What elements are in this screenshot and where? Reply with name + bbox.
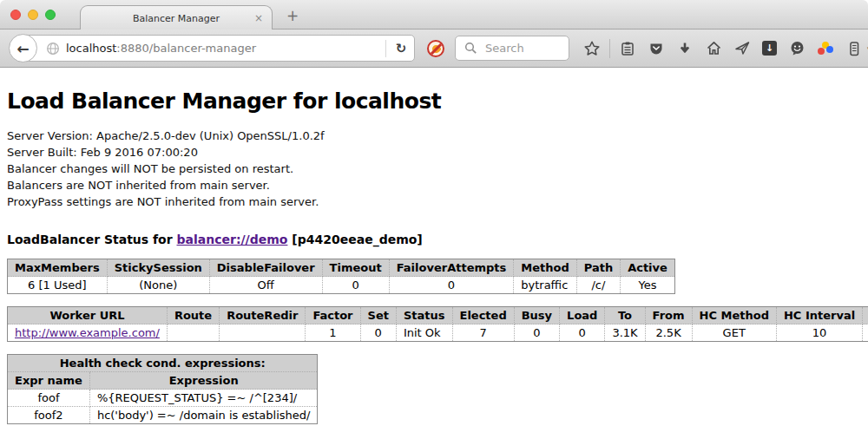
page-content: Load Balancer Manager for localhost Serv… <box>0 68 868 426</box>
color-dots-extension-icon[interactable] <box>817 40 834 57</box>
search-bar[interactable] <box>455 36 569 61</box>
cell-status: Init Ok <box>396 324 452 342</box>
table-row: http://www.example.com/ 1 0 Init Ok 7 0 … <box>8 324 868 342</box>
container-icon[interactable] <box>845 40 863 57</box>
table-header-row: Expr name Expression <box>8 372 318 390</box>
th-method: Method <box>514 259 576 277</box>
search-input[interactable] <box>483 41 562 56</box>
back-button[interactable]: ← <box>9 34 37 62</box>
cell-expr-name-foof2: foof2 <box>8 407 90 424</box>
th-status: Status <box>396 307 452 324</box>
cell-hc-interval: 10 <box>776 324 862 342</box>
th-disablefailover: DisableFailover <box>209 259 322 277</box>
th-failoverattempts: FailoverAttempts <box>389 259 514 277</box>
th-worker-url: Worker URL <box>8 307 168 324</box>
th-active: Active <box>621 259 675 277</box>
zoom-window-button[interactable] <box>45 10 56 20</box>
balancer-demo-link[interactable]: balancer://demo <box>177 233 288 246</box>
th-hc-method: HC Method <box>692 307 776 324</box>
health-check-title: Health check cond. expressions: <box>8 355 318 372</box>
server-version-line: Server Version: Apache/2.5.0-dev (Unix) … <box>7 128 861 144</box>
url-host: localhost <box>66 42 116 55</box>
cell-load: 0 <box>560 324 605 342</box>
th-routeredir: RouteRedir <box>220 307 306 324</box>
th-passes: Passes <box>863 307 868 324</box>
urlbar-divider <box>385 40 386 57</box>
reading-list-icon[interactable] <box>619 40 636 57</box>
tab-close-icon[interactable]: × <box>254 12 263 24</box>
flashblock-icon[interactable] <box>427 40 444 57</box>
cell-route <box>167 324 219 342</box>
table-header-row: Worker URL Route RouteRedir Factor Set S… <box>8 307 868 324</box>
table-row: 6 [1 Used] (None) Off 0 0 bytraffic /c/ … <box>8 277 675 294</box>
red-dot <box>818 48 825 55</box>
inherit-warning-line: Balancers are NOT inherited from main se… <box>7 177 861 193</box>
search-icon <box>462 40 479 57</box>
toolbar-divider <box>609 39 610 58</box>
cell-busy: 0 <box>514 324 559 342</box>
new-tab-button[interactable]: + <box>286 7 299 24</box>
th-stickysession: StickySession <box>107 259 209 277</box>
tab-balancer-manager[interactable]: Balancer Manager × <box>80 5 273 30</box>
cell-disablefailover: Off <box>209 277 322 294</box>
cell-passes: 1 (0) <box>863 324 868 342</box>
cell-hc-method: GET <box>692 324 776 342</box>
table-header-row: MaxMembers StickySession DisableFailover… <box>8 259 675 277</box>
pocket-icon[interactable] <box>648 40 665 57</box>
server-built-line: Server Built: Feb 9 2016 07:00:20 <box>7 144 861 161</box>
downloads-icon[interactable] <box>676 40 694 57</box>
minimize-window-button[interactable] <box>28 10 38 20</box>
loadbalancer-status-heading: LoadBalancer Status for balancer://demo … <box>7 233 861 246</box>
th-expr-name: Expr name <box>8 372 90 390</box>
persist-warning-line: Balancer changes will NOT be persisted o… <box>7 161 861 177</box>
th-busy: Busy <box>514 307 559 324</box>
cell-stickysession: (None) <box>107 277 209 294</box>
page-title: Load Balancer Manager for localhost <box>7 68 861 114</box>
table-title-row: Health check cond. expressions: <box>8 355 318 372</box>
th-expression: Expression <box>89 372 318 390</box>
cell-path: /c/ <box>576 277 620 294</box>
balancer-summary-table: MaxMembers StickySession DisableFailover… <box>7 259 675 294</box>
send-plane-icon[interactable] <box>733 40 751 57</box>
home-icon[interactable] <box>705 40 722 57</box>
th-path: Path <box>576 259 620 277</box>
toolbar-icons: ↓ <box>583 39 868 58</box>
cell-expression-foof: %{REQUEST_STATUS} =~ /^[234]/ <box>89 390 318 407</box>
cell-set: 0 <box>360 324 396 342</box>
globe-icon <box>46 42 60 56</box>
th-from: From <box>645 307 692 324</box>
cell-factor: 1 <box>306 324 360 342</box>
back-arrow-icon: ← <box>16 40 29 57</box>
cell-routeredir <box>220 324 306 342</box>
url-bar[interactable]: localhost:8880/balancer-manager ↻ <box>23 35 415 62</box>
proxypass-warning-line: ProxyPass settings are NOT inherited fro… <box>7 193 861 210</box>
close-window-button[interactable] <box>10 10 21 20</box>
status-prefix: LoadBalancer Status for <box>7 233 177 246</box>
th-to: To <box>605 307 645 324</box>
traffic-lights <box>10 10 56 20</box>
health-check-table: Health check cond. expressions: Expr nam… <box>7 354 318 424</box>
reload-button[interactable]: ↻ <box>388 41 414 56</box>
cell-to: 3.1K <box>605 324 645 342</box>
th-factor: Factor <box>306 307 360 324</box>
download-helper-icon[interactable]: ↓ <box>762 41 777 56</box>
status-suffix: [p4420eeae_demo] <box>287 233 422 246</box>
cell-method: bytraffic <box>514 277 576 294</box>
url-text[interactable]: localhost:8880/balancer-manager <box>66 42 384 55</box>
cell-timeout: 0 <box>322 277 389 294</box>
url-path: :8880/balancer-manager <box>116 42 256 55</box>
chat-smiley-icon[interactable] <box>788 40 806 57</box>
table-row: foof2 hc('body') =~ /domain is establish… <box>8 407 318 424</box>
server-info: Server Version: Apache/2.5.0-dev (Unix) … <box>7 128 861 210</box>
titlebar: Balancer Manager × + <box>0 0 868 29</box>
th-route: Route <box>167 307 219 324</box>
th-timeout: Timeout <box>322 259 389 277</box>
worker-url-link[interactable]: http://www.example.com/ <box>15 326 160 339</box>
bookmark-star-icon[interactable] <box>583 40 601 57</box>
th-load: Load <box>560 307 605 324</box>
th-elected: Elected <box>452 307 514 324</box>
cell-worker-url: http://www.example.com/ <box>8 324 168 342</box>
blue-dot <box>826 46 833 53</box>
cell-from: 2.5K <box>645 324 692 342</box>
down-arrow-glyph: ↓ <box>766 43 773 54</box>
